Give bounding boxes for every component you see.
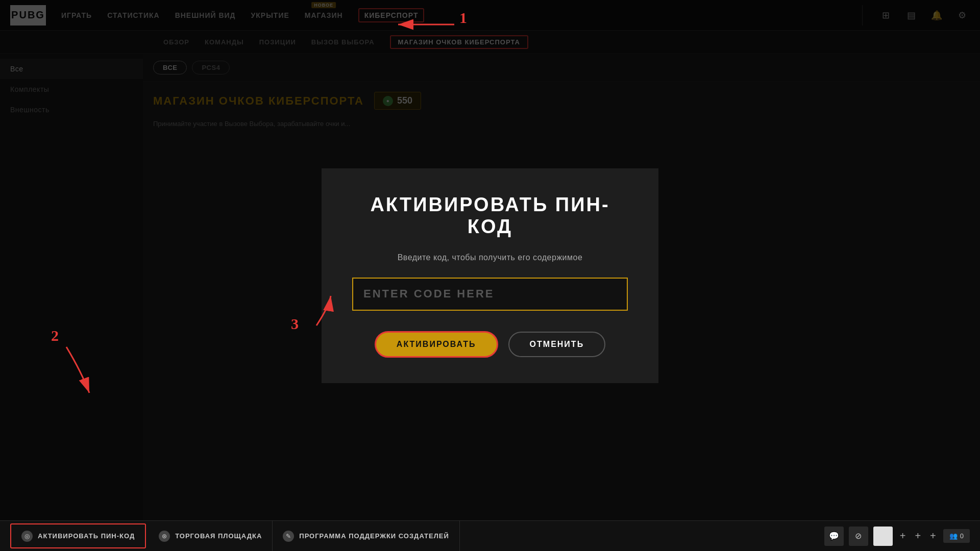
code-input[interactable]	[352, 278, 628, 311]
steam-icon: ⊛	[159, 531, 170, 542]
activate-button[interactable]: АКТИВИРОВАТЬ	[375, 331, 498, 358]
chat-icon[interactable]: 💬	[824, 527, 844, 546]
modal-overlay: АКТИВИРОВАТЬ ПИН-КОД Введите код, чтобы …	[0, 0, 980, 551]
bottom-creator-label: Программа поддержки создателей	[299, 532, 449, 540]
cancel-button[interactable]: ОТМЕНИТЬ	[508, 332, 606, 357]
modal-buttons: АКТИВИРОВАТЬ ОТМЕНИТЬ	[375, 331, 605, 358]
users-icon: 👥	[949, 532, 958, 540]
pin-icon: ◎	[21, 531, 33, 542]
bottom-marketplace-label: ТОРГОВАЯ ПЛОЩАДКА	[175, 532, 262, 540]
bottom-creator[interactable]: ✎ Программа поддержки создателей	[273, 521, 460, 551]
modal-subtitle: Введите код, чтобы получить его содержим…	[398, 253, 583, 262]
color-swatch	[873, 527, 893, 546]
add-button-3[interactable]: +	[930, 530, 936, 542]
pencil-icon: ✎	[283, 531, 294, 542]
bottom-bar: ◎ АКТИВИРОВАТЬ ПИН-КОД ⊛ ТОРГОВАЯ ПЛОЩАД…	[0, 520, 980, 551]
bottom-right-controls: 💬 ⊘ + + + 👥 0	[824, 527, 970, 546]
crosshair-icon[interactable]: ⊘	[849, 527, 868, 546]
bottom-pin-label: АКТИВИРОВАТЬ ПИН-КОД	[38, 532, 135, 540]
add-button-2[interactable]: +	[915, 530, 921, 542]
users-button[interactable]: 👥 0	[943, 529, 970, 543]
bottom-activate-pin[interactable]: ◎ АКТИВИРОВАТЬ ПИН-КОД	[10, 523, 146, 548]
add-button-1[interactable]: +	[900, 530, 906, 542]
users-count: 0	[960, 532, 964, 540]
modal-title: АКТИВИРОВАТЬ ПИН-КОД	[352, 194, 628, 238]
bottom-marketplace[interactable]: ⊛ ТОРГОВАЯ ПЛОЩАДКА	[149, 521, 273, 551]
pin-modal: АКТИВИРОВАТЬ ПИН-КОД Введите код, чтобы …	[322, 168, 658, 383]
